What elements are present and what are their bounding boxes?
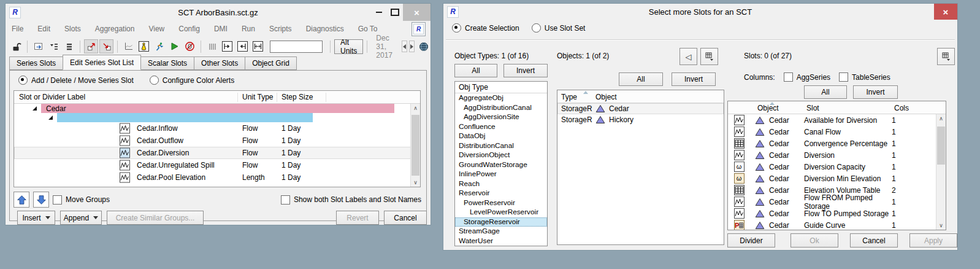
column-header-cols[interactable]: Cols xyxy=(894,104,909,112)
slot-row[interactable]: Cedar Available for Diversion 1 xyxy=(728,114,936,126)
slot-row[interactable]: ω Cedar Diversion Capacity 1 xyxy=(728,161,936,173)
riverware-window-button[interactable]: R xyxy=(412,22,426,36)
radio-create-selection[interactable]: Create Selection xyxy=(452,23,519,33)
object-type-item[interactable]: WaterUser xyxy=(455,236,547,246)
checkbox-icon[interactable] xyxy=(53,195,62,205)
slot-row[interactable]: Cedar Flow TO Pumped Storage 1 xyxy=(728,208,936,219)
slot-row[interactable] xyxy=(14,113,411,122)
globe-icon[interactable] xyxy=(416,39,431,53)
checkbox-icon[interactable] xyxy=(784,72,793,82)
revert-button[interactable]: Revert xyxy=(336,211,379,225)
move-up-button[interactable] xyxy=(13,192,29,208)
tab[interactable]: Series Slots xyxy=(9,57,63,70)
tab[interactable]: Other Slots xyxy=(194,57,245,70)
fit-column-left-icon[interactable] xyxy=(220,39,234,53)
fit-column-right-icon[interactable] xyxy=(235,39,250,53)
object-type-item[interactable]: PowerReservoir xyxy=(455,198,547,208)
scroll-up-icon[interactable]: ∧ xyxy=(936,114,946,123)
date-prev-button[interactable] xyxy=(402,41,407,52)
attach-slot-icon[interactable] xyxy=(99,39,113,53)
menu-item[interactable]: Diagnostics xyxy=(306,25,344,33)
objects-all-button[interactable]: All xyxy=(619,72,663,86)
checkbox-icon[interactable] xyxy=(281,195,290,205)
objects-column-config-button[interactable] xyxy=(700,48,718,65)
object-type-item[interactable]: Reach xyxy=(455,179,547,189)
object-type-item[interactable]: Reservoir xyxy=(455,189,547,198)
slot-row[interactable]: Cedar.Diversion Flow 1 Day xyxy=(14,147,411,159)
object-row[interactable]: StorageR Cedar xyxy=(557,103,724,114)
menu-item[interactable]: Slots xyxy=(64,25,81,33)
radio-add-delete-move[interactable]: Add / Delete / Move Series Slot xyxy=(18,76,134,85)
titlebar[interactable]: R SCT ArborBasin.sct.gz × xyxy=(6,4,431,21)
cancel-button[interactable]: Cancel xyxy=(850,233,898,248)
show-both-checkbox[interactable]: Show both Slot Labels and Slot Names xyxy=(281,195,421,205)
start-run-icon[interactable] xyxy=(167,39,182,53)
object-type-item[interactable]: LevelPowerReservoir xyxy=(455,208,547,217)
menu-item[interactable]: Edit xyxy=(37,25,50,33)
ok-button[interactable]: Ok xyxy=(791,233,838,248)
slots-column-config-button[interactable] xyxy=(937,48,955,65)
column-header-step-size[interactable]: Step Size xyxy=(281,93,313,101)
slot-row[interactable]: Cedar.Outflow Flow 1 Day xyxy=(14,134,411,147)
object-types-invert-button[interactable]: Invert xyxy=(503,64,548,77)
object-type-item[interactable]: InlinePower xyxy=(455,170,547,179)
move-groups-checkbox[interactable]: Move Groups xyxy=(53,195,110,205)
detach-slot-icon[interactable] xyxy=(84,39,98,53)
menu-item[interactable]: Scripts xyxy=(269,25,292,33)
slots-invert-button[interactable]: Invert xyxy=(853,85,898,99)
table-header[interactable]: Object Slot Cols xyxy=(728,101,946,114)
menu-item[interactable]: Run xyxy=(242,25,255,33)
expand-caret-icon[interactable] xyxy=(48,115,53,120)
object-type-item[interactable]: AggDistributionCanal xyxy=(455,103,547,113)
object-type-item[interactable]: GroundWaterStorage xyxy=(455,160,547,170)
fit-all-columns-icon[interactable] xyxy=(251,39,265,53)
stop-run-icon[interactable] xyxy=(183,39,197,53)
slot-row[interactable]: ω Cedar Diversion Min Elevation 1 xyxy=(728,173,936,184)
slot-row[interactable]: Cedar Canal Flow 1 xyxy=(728,126,936,138)
slot-row[interactable]: Cedar.Pool Elevation Length 1 Day xyxy=(14,171,411,184)
menu-item[interactable]: Aggregation xyxy=(95,25,135,33)
menu-item[interactable]: Config xyxy=(178,25,200,33)
column-header-slot[interactable]: Slot xyxy=(806,104,819,112)
scroll-down-icon[interactable]: ∨ xyxy=(936,221,946,230)
scrollbar-thumb[interactable] xyxy=(937,127,945,165)
maximize-button[interactable] xyxy=(387,4,403,21)
close-button[interactable]: × xyxy=(934,4,957,20)
object-type-item[interactable]: StreamGage xyxy=(455,227,547,236)
object-type-item[interactable]: DistributionCanal xyxy=(455,141,547,151)
scroll-down-icon[interactable]: ∨ xyxy=(411,178,420,187)
column-header-type[interactable]: Type xyxy=(561,93,577,101)
vertical-scrollbar[interactable]: ∧ ∨ xyxy=(410,104,420,187)
slot-row[interactable]: Cedar Flow FROM Pumped Storage 1 xyxy=(728,196,936,208)
append-button[interactable]: Append xyxy=(60,211,102,225)
grid-lines-icon[interactable] xyxy=(205,39,219,53)
sync-selection-icon[interactable] xyxy=(31,39,45,53)
column-header-object[interactable]: Object xyxy=(757,104,779,112)
table-header[interactable]: Type Object xyxy=(557,90,724,103)
menu-item[interactable]: DMI xyxy=(214,25,228,33)
apply-button[interactable]: Apply xyxy=(909,233,957,248)
object-types-all-button[interactable]: All xyxy=(454,64,497,77)
slot-row[interactable]: Cedar Convergence Percentage 1 xyxy=(728,138,936,149)
radio-use-slot-set[interactable]: Use Slot Set xyxy=(532,23,586,33)
tableseries-checkbox[interactable]: TableSeries xyxy=(839,72,890,82)
plot-icon[interactable] xyxy=(121,39,136,53)
scroll-up-icon[interactable]: ∧ xyxy=(411,104,420,112)
object-type-item[interactable]: Confluence xyxy=(455,122,547,132)
sct-flask-icon[interactable] xyxy=(137,39,151,53)
slot-row[interactable]: P Cedar Guide Curve 1 xyxy=(728,219,936,230)
menu-item[interactable]: File xyxy=(12,25,23,33)
slot-row[interactable]: Cedar.Unregulated Spill Flow 1 Day xyxy=(14,159,411,171)
lock-open-icon[interactable] xyxy=(9,39,23,53)
slots-all-button[interactable]: All xyxy=(804,85,847,99)
tab[interactable]: Edit Series Slot List xyxy=(63,55,141,70)
row-list-icon[interactable] xyxy=(62,39,76,53)
column-header-object[interactable]: Object xyxy=(595,93,617,101)
object-type-item[interactable]: StorageReservoir xyxy=(455,217,547,227)
menu-item[interactable]: Go To xyxy=(358,25,378,33)
close-button[interactable]: × xyxy=(403,4,431,21)
vertical-scrollbar[interactable]: ∧ ∨ xyxy=(936,114,946,230)
date-next-button[interactable] xyxy=(409,41,415,52)
object-type-item[interactable]: DataObj xyxy=(455,131,547,141)
table-header[interactable]: Slot or Divider Label Unit Type Step Siz… xyxy=(14,91,420,104)
